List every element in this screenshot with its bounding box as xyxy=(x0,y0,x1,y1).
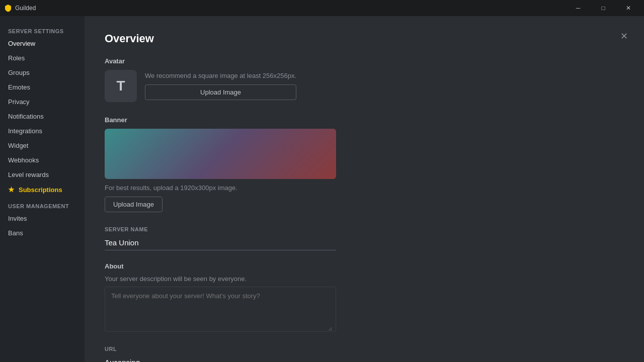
sidebar-item-webhooks[interactable]: Webhooks xyxy=(0,153,85,167)
sidebar-item-label: Subscriptions xyxy=(19,186,62,194)
sidebar-item-label: Privacy xyxy=(8,98,30,106)
sidebar-item-invites[interactable]: Invites xyxy=(0,211,85,226)
sidebar-item-privacy[interactable]: Privacy xyxy=(0,95,85,109)
banner-preview xyxy=(105,129,336,179)
sidebar-item-label: Groups xyxy=(8,69,30,76)
avatar-label: Avatar xyxy=(105,57,624,65)
avatar-upload-button[interactable]: Upload Image xyxy=(145,84,296,100)
titlebar-left: Guilded xyxy=(4,4,36,12)
main-content: ✕ Overview Avatar T We recommend a squar… xyxy=(85,16,644,362)
banner-hint: For best results, upload a 1920x300px im… xyxy=(105,184,624,192)
star-icon: ★ xyxy=(8,186,15,194)
sidebar-item-overview[interactable]: Overview xyxy=(0,36,85,51)
server-name-label: Server name xyxy=(105,226,624,232)
sidebar-item-label: Webhooks xyxy=(8,156,39,164)
guilded-logo-icon xyxy=(4,4,12,12)
sidebar-item-label: Notifications xyxy=(8,113,44,120)
sidebar-item-emotes[interactable]: Emotes xyxy=(0,80,85,95)
titlebar-controls: ─ □ ✕ xyxy=(567,0,640,16)
avatar-preview: T xyxy=(105,70,137,102)
sidebar-item-label: Invites xyxy=(8,215,27,222)
sidebar-section-title: Server settings xyxy=(0,24,85,36)
sidebar-item-integrations[interactable]: Integrations xyxy=(0,124,85,138)
sidebar-item-label: Integrations xyxy=(8,127,42,135)
about-textarea-wrapper: ⊿ xyxy=(105,287,336,334)
banner-upload-button[interactable]: Upload Image xyxy=(105,197,163,212)
sidebar-item-label: Bans xyxy=(8,229,23,237)
minimize-button[interactable]: ─ xyxy=(567,0,590,16)
sidebar-item-label: Overview xyxy=(8,40,35,47)
about-hint: Your server description will be seen by … xyxy=(105,275,624,283)
sidebar-item-bans[interactable]: Bans xyxy=(0,226,85,240)
sidebar-item-level-rewards[interactable]: Level rewards xyxy=(0,167,85,182)
sidebar-item-label: Emotes xyxy=(8,83,30,91)
sidebar-item-label: Level rewards xyxy=(8,171,49,178)
about-textarea[interactable] xyxy=(105,287,336,332)
server-name-input[interactable] xyxy=(105,235,336,250)
url-label: URL xyxy=(105,346,624,352)
sidebar-item-widget[interactable]: Widget xyxy=(0,138,85,153)
sidebar-subsection-user-management: User management xyxy=(0,197,85,211)
maximize-button[interactable]: □ xyxy=(592,0,615,16)
titlebar: Guilded ─ □ ✕ xyxy=(0,0,644,16)
avatar-info: We recommend a square image at least 256… xyxy=(145,72,296,100)
resize-handle-icon: ⊿ xyxy=(328,326,334,332)
about-label: About xyxy=(105,262,624,270)
url-input[interactable] xyxy=(105,355,336,362)
sidebar-item-groups[interactable]: Groups xyxy=(0,65,85,80)
sidebar-item-label: Roles xyxy=(8,54,25,62)
sidebar-item-notifications[interactable]: Notifications xyxy=(0,109,85,124)
about-section: About Your server description will be se… xyxy=(105,262,624,334)
banner-label: Banner xyxy=(105,116,624,124)
url-section: URL Allows you to access your server at … xyxy=(105,346,624,362)
server-name-section: Server name xyxy=(105,226,624,250)
page-title: Overview xyxy=(105,32,624,45)
sidebar-item-subscriptions[interactable]: ★ Subscriptions xyxy=(0,182,85,197)
sidebar-item-label: Widget xyxy=(8,142,28,149)
app-body: Server settings Overview Roles Groups Em… xyxy=(0,16,644,362)
avatar-initial: T xyxy=(116,78,125,94)
dialog-close-button[interactable]: ✕ xyxy=(616,28,632,44)
app-title: Guilded xyxy=(15,5,36,12)
avatar-hint: We recommend a square image at least 256… xyxy=(145,72,296,79)
sidebar: Server settings Overview Roles Groups Em… xyxy=(0,16,85,362)
sidebar-item-roles[interactable]: Roles xyxy=(0,51,85,65)
avatar-row: T We recommend a square image at least 2… xyxy=(105,70,624,102)
banner-section: Banner For best results, upload a 1920x3… xyxy=(105,116,624,212)
window-close-button[interactable]: ✕ xyxy=(617,0,640,16)
